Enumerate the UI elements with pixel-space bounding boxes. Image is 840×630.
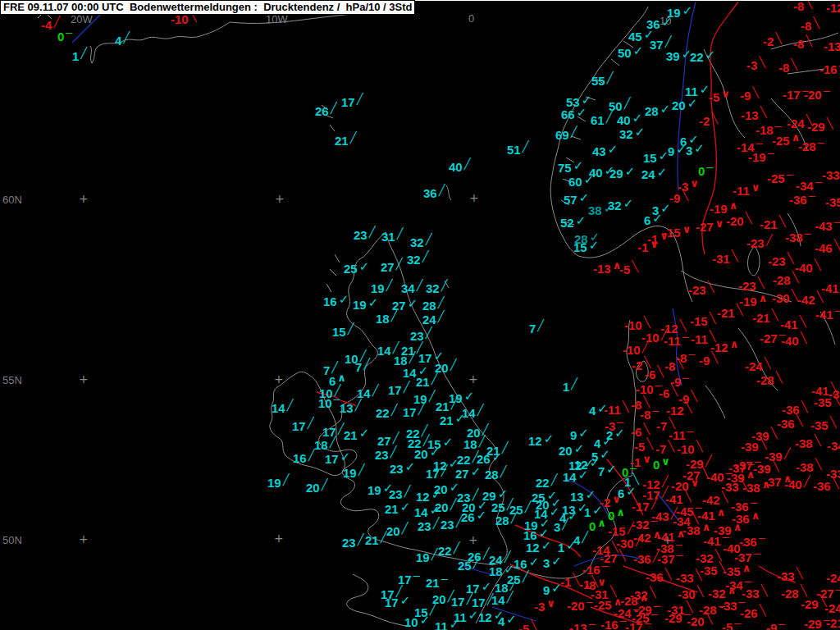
tendency-symbol-icon: ∨	[597, 578, 606, 587]
pressure-tendency-value: 6	[644, 213, 651, 227]
tendency-symbol-icon: ✓	[600, 450, 610, 459]
tendency-symbol-icon: ╱	[510, 581, 517, 589]
station-report: -8╲	[793, 1, 812, 11]
station-report: -16─	[582, 564, 609, 575]
tendency-symbol-icon: ∧	[742, 564, 751, 573]
station-report: 20✓	[559, 445, 584, 456]
station-report: -33╲	[676, 573, 702, 583]
station-report: -1╲	[560, 577, 579, 587]
tendency-symbol-icon: ∨	[715, 220, 724, 228]
tendency-symbol-icon: ╱	[502, 444, 509, 452]
tendency-symbol-icon: ╱	[766, 236, 773, 244]
tendency-symbol-icon: ╱	[417, 281, 423, 290]
pressure-tendency-value: 28	[645, 104, 659, 118]
station-report: -17─	[625, 622, 651, 630]
tendency-symbol-icon: ╱	[441, 281, 448, 290]
pressure-tendency-value: 12	[528, 434, 542, 448]
pressure-tendency-value: -36	[646, 570, 664, 584]
grid-cross-icon: +	[79, 192, 89, 205]
station-report: 23╱	[410, 331, 432, 341]
tendency-symbol-icon: ╱	[391, 406, 398, 414]
tendency-symbol-icon: ╱	[358, 536, 364, 544]
station-report: -30╲	[678, 589, 704, 600]
tendency-symbol-icon: ∨	[546, 600, 555, 608]
tendency-symbol-icon: ╲	[752, 89, 759, 97]
grid-coordinate-label: 0	[468, 12, 474, 25]
pressure-tendency-value: 1	[563, 380, 569, 394]
pressure-tendency-value: 34	[401, 281, 415, 295]
station-report: -15╱	[608, 526, 634, 536]
tendency-symbol-icon: ╱	[523, 573, 529, 581]
tendency-symbol-icon: ✓	[632, 114, 643, 122]
station-report: 22✓	[690, 52, 715, 62]
tendency-symbol-icon: ─	[756, 140, 763, 148]
pressure-tendency-value: -10	[636, 382, 654, 396]
station-report: 19✓	[353, 299, 378, 310]
tendency-symbol-icon: ─	[602, 563, 609, 571]
tendency-symbol-icon: ╲	[710, 314, 716, 322]
pressure-tendency-value: 20	[559, 444, 573, 458]
station-report: 51╱	[507, 144, 529, 155]
tendency-symbol-icon: ╲	[732, 252, 738, 260]
station-report: -37─	[657, 554, 683, 564]
tendency-symbol-icon: ╱	[450, 361, 457, 369]
pressure-tendency-value: -1	[630, 455, 641, 469]
tendency-symbol-icon: ✓	[578, 471, 589, 479]
station-report: 7╱	[529, 323, 544, 334]
station-report: -19∧	[739, 296, 767, 307]
station-report: 28╱	[485, 469, 507, 480]
tendency-symbol-icon: ✓	[589, 241, 600, 249]
tendency-symbol-icon: ─	[687, 428, 694, 436]
pressure-tendency-value: 22	[438, 544, 452, 558]
tendency-symbol-icon: ✓	[471, 468, 482, 476]
station-report: -3∨	[534, 601, 555, 612]
tendency-symbol-icon: ∨	[661, 458, 670, 466]
tendency-symbol-icon: ─	[805, 231, 811, 239]
pressure-tendency-value: 4	[498, 614, 504, 628]
station-report: -40╱	[784, 479, 810, 490]
station-report: -19∧	[710, 203, 737, 214]
station-report: -13╲	[741, 110, 767, 121]
pressure-tendency-value: -31	[712, 252, 730, 266]
station-report: -8╲	[793, 39, 812, 49]
station-report: 3✓	[686, 145, 705, 156]
pressure-tendency-value: 23	[390, 462, 404, 476]
pressure-tendency-value: -29	[664, 611, 682, 625]
tendency-symbol-icon: ╱	[477, 406, 484, 414]
station-report: 32✓	[608, 200, 633, 211]
pressure-tendency-value: -2	[632, 358, 642, 372]
tendency-symbol-icon: ╲	[643, 425, 650, 433]
pressure-tendency-value: -11	[691, 332, 708, 346]
tendency-symbol-icon: ╱	[322, 481, 328, 489]
station-report: -39╲	[741, 441, 767, 452]
pressure-tendency-value: 61	[591, 113, 605, 127]
station-report: -41╲	[821, 283, 840, 294]
tendency-symbol-icon: ╲	[815, 436, 821, 445]
pressure-tendency-value: 21	[440, 413, 454, 427]
pressure-tendency-value: -40	[784, 477, 802, 491]
station-report: -26╲	[740, 608, 766, 619]
station-report: -8╲	[801, 21, 819, 31]
grid-cross-icon: +	[274, 372, 284, 386]
tendency-symbol-icon: ✓	[566, 541, 577, 550]
pressure-tendency-value: 22	[457, 453, 471, 467]
pressure-tendency-value: 11	[685, 84, 698, 98]
station-report: -13─	[569, 623, 596, 630]
pressure-tendency-value: 57	[564, 193, 578, 207]
station-report: -12╲	[826, 2, 840, 13]
station-report: -24╲	[745, 361, 771, 372]
station-report: -23╲	[768, 256, 794, 267]
tendency-symbol-icon: ✓	[625, 167, 636, 176]
pressure-tendency-value: -27	[760, 331, 778, 345]
pressure-tendency-value: -46	[815, 241, 833, 255]
station-report: 11✓	[454, 612, 478, 623]
station-report: -29╲	[801, 599, 827, 609]
station-report: 23✓	[390, 463, 415, 474]
pressure-tendency-value: -29	[801, 597, 819, 611]
pressure-tendency-value: 9	[570, 428, 577, 442]
pressure-tendency-value: -8	[793, 37, 804, 51]
tendency-symbol-icon: ╲	[817, 293, 824, 301]
tendency-symbol-icon: ╲	[706, 614, 713, 623]
tendency-symbol-icon: ╲	[779, 217, 786, 226]
pressure-tendency-value: 45	[628, 30, 642, 43]
